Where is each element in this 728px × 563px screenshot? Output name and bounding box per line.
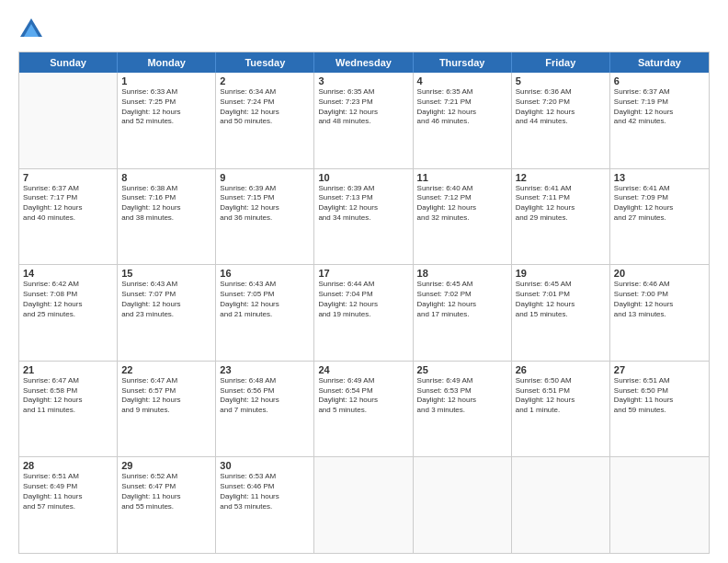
day-number: 28 xyxy=(23,460,113,471)
day-number: 26 xyxy=(516,364,606,375)
day-number: 13 xyxy=(614,172,705,183)
calendar-cell: 12Sunrise: 6:41 AM Sunset: 7:11 PM Dayli… xyxy=(512,169,610,265)
day-number: 21 xyxy=(23,364,113,375)
cell-text: Sunrise: 6:34 AM Sunset: 7:24 PM Dayligh… xyxy=(220,87,310,127)
calendar-cell: 22Sunrise: 6:47 AM Sunset: 6:57 PM Dayli… xyxy=(118,362,216,457)
cell-text: Sunrise: 6:33 AM Sunset: 7:25 PM Dayligh… xyxy=(121,87,211,127)
day-number: 14 xyxy=(23,268,113,279)
calendar-cell: 6Sunrise: 6:37 AM Sunset: 7:19 PM Daylig… xyxy=(610,73,709,168)
calendar-cell: 30Sunrise: 6:53 AM Sunset: 6:46 PM Dayli… xyxy=(216,457,314,553)
cell-text: Sunrise: 6:53 AM Sunset: 6:46 PM Dayligh… xyxy=(220,472,310,511)
calendar-cell: 29Sunrise: 6:52 AM Sunset: 6:47 PM Dayli… xyxy=(118,457,216,553)
day-number: 29 xyxy=(121,460,211,471)
header-day-thursday: Thursday xyxy=(414,52,512,73)
calendar-cell: 18Sunrise: 6:45 AM Sunset: 7:02 PM Dayli… xyxy=(414,265,512,361)
logo-icon xyxy=(18,17,44,42)
day-number: 22 xyxy=(121,364,211,375)
calendar-cell: 4Sunrise: 6:35 AM Sunset: 7:21 PM Daylig… xyxy=(414,73,512,168)
calendar-cell: 17Sunrise: 6:44 AM Sunset: 7:04 PM Dayli… xyxy=(314,265,413,361)
day-number: 11 xyxy=(417,172,507,183)
cell-text: Sunrise: 6:51 AM Sunset: 6:50 PM Dayligh… xyxy=(614,376,705,416)
day-number: 20 xyxy=(614,268,705,279)
calendar-row-1: 7Sunrise: 6:37 AM Sunset: 7:17 PM Daylig… xyxy=(19,169,709,266)
calendar-cell: 16Sunrise: 6:43 AM Sunset: 7:05 PM Dayli… xyxy=(216,265,314,361)
day-number: 19 xyxy=(516,268,606,279)
cell-text: Sunrise: 6:51 AM Sunset: 6:49 PM Dayligh… xyxy=(23,472,113,511)
day-number: 7 xyxy=(23,172,113,183)
cell-text: Sunrise: 6:40 AM Sunset: 7:12 PM Dayligh… xyxy=(417,184,507,224)
cell-text: Sunrise: 6:49 AM Sunset: 6:53 PM Dayligh… xyxy=(417,376,507,416)
day-number: 12 xyxy=(516,172,606,183)
cell-text: Sunrise: 6:43 AM Sunset: 7:07 PM Dayligh… xyxy=(121,280,211,319)
calendar-body: 1Sunrise: 6:33 AM Sunset: 7:25 PM Daylig… xyxy=(19,73,709,553)
day-number: 27 xyxy=(614,364,705,375)
cell-text: Sunrise: 6:38 AM Sunset: 7:16 PM Dayligh… xyxy=(121,184,211,224)
calendar-cell xyxy=(610,457,709,553)
cell-text: Sunrise: 6:36 AM Sunset: 7:20 PM Dayligh… xyxy=(516,87,606,127)
day-number: 18 xyxy=(417,268,507,279)
calendar-cell: 1Sunrise: 6:33 AM Sunset: 7:25 PM Daylig… xyxy=(118,73,216,168)
calendar-row-4: 28Sunrise: 6:51 AM Sunset: 6:49 PM Dayli… xyxy=(19,457,709,553)
day-number: 3 xyxy=(318,75,408,86)
day-number: 6 xyxy=(614,75,705,86)
cell-text: Sunrise: 6:41 AM Sunset: 7:11 PM Dayligh… xyxy=(516,184,606,224)
calendar-cell: 14Sunrise: 6:42 AM Sunset: 7:08 PM Dayli… xyxy=(19,265,118,361)
day-number: 4 xyxy=(417,75,507,86)
calendar-cell: 8Sunrise: 6:38 AM Sunset: 7:16 PM Daylig… xyxy=(118,169,216,265)
day-number: 24 xyxy=(318,364,408,375)
day-number: 15 xyxy=(121,268,211,279)
header xyxy=(18,17,710,42)
cell-text: Sunrise: 6:43 AM Sunset: 7:05 PM Dayligh… xyxy=(220,280,310,319)
header-day-friday: Friday xyxy=(512,52,610,73)
calendar-header: SundayMondayTuesdayWednesdayThursdayFrid… xyxy=(19,52,709,73)
cell-text: Sunrise: 6:45 AM Sunset: 7:02 PM Dayligh… xyxy=(417,280,507,319)
calendar-row-3: 21Sunrise: 6:47 AM Sunset: 6:58 PM Dayli… xyxy=(19,362,709,458)
calendar-cell: 23Sunrise: 6:48 AM Sunset: 6:56 PM Dayli… xyxy=(216,362,314,457)
header-day-monday: Monday xyxy=(118,52,216,73)
day-number: 17 xyxy=(318,268,408,279)
calendar: SundayMondayTuesdayWednesdayThursdayFrid… xyxy=(18,52,710,554)
cell-text: Sunrise: 6:37 AM Sunset: 7:19 PM Dayligh… xyxy=(614,87,705,127)
calendar-cell: 2Sunrise: 6:34 AM Sunset: 7:24 PM Daylig… xyxy=(216,73,314,168)
calendar-cell: 7Sunrise: 6:37 AM Sunset: 7:17 PM Daylig… xyxy=(19,169,118,265)
cell-text: Sunrise: 6:49 AM Sunset: 6:54 PM Dayligh… xyxy=(318,376,408,416)
cell-text: Sunrise: 6:50 AM Sunset: 6:51 PM Dayligh… xyxy=(516,376,606,416)
calendar-cell xyxy=(19,73,118,168)
header-day-wednesday: Wednesday xyxy=(314,52,413,73)
cell-text: Sunrise: 6:41 AM Sunset: 7:09 PM Dayligh… xyxy=(614,184,705,224)
calendar-cell: 10Sunrise: 6:39 AM Sunset: 7:13 PM Dayli… xyxy=(314,169,413,265)
calendar-cell: 19Sunrise: 6:45 AM Sunset: 7:01 PM Dayli… xyxy=(512,265,610,361)
calendar-cell: 3Sunrise: 6:35 AM Sunset: 7:23 PM Daylig… xyxy=(314,73,413,168)
cell-text: Sunrise: 6:45 AM Sunset: 7:01 PM Dayligh… xyxy=(516,280,606,319)
calendar-cell: 21Sunrise: 6:47 AM Sunset: 6:58 PM Dayli… xyxy=(19,362,118,457)
day-number: 23 xyxy=(220,364,310,375)
calendar-cell: 13Sunrise: 6:41 AM Sunset: 7:09 PM Dayli… xyxy=(610,169,709,265)
calendar-cell: 25Sunrise: 6:49 AM Sunset: 6:53 PM Dayli… xyxy=(414,362,512,457)
calendar-cell: 24Sunrise: 6:49 AM Sunset: 6:54 PM Dayli… xyxy=(314,362,413,457)
cell-text: Sunrise: 6:35 AM Sunset: 7:23 PM Dayligh… xyxy=(318,87,408,127)
day-number: 2 xyxy=(220,75,310,86)
calendar-cell: 26Sunrise: 6:50 AM Sunset: 6:51 PM Dayli… xyxy=(512,362,610,457)
calendar-cell: 27Sunrise: 6:51 AM Sunset: 6:50 PM Dayli… xyxy=(610,362,709,457)
calendar-row-0: 1Sunrise: 6:33 AM Sunset: 7:25 PM Daylig… xyxy=(19,73,709,169)
calendar-cell: 11Sunrise: 6:40 AM Sunset: 7:12 PM Dayli… xyxy=(414,169,512,265)
calendar-cell xyxy=(414,457,512,553)
calendar-cell: 15Sunrise: 6:43 AM Sunset: 7:07 PM Dayli… xyxy=(118,265,216,361)
cell-text: Sunrise: 6:44 AM Sunset: 7:04 PM Dayligh… xyxy=(318,280,408,319)
cell-text: Sunrise: 6:39 AM Sunset: 7:13 PM Dayligh… xyxy=(318,184,408,224)
calendar-cell: 20Sunrise: 6:46 AM Sunset: 7:00 PM Dayli… xyxy=(610,265,709,361)
day-number: 9 xyxy=(220,172,310,183)
logo xyxy=(18,17,48,42)
cell-text: Sunrise: 6:42 AM Sunset: 7:08 PM Dayligh… xyxy=(23,280,113,319)
cell-text: Sunrise: 6:46 AM Sunset: 7:00 PM Dayligh… xyxy=(614,280,705,319)
calendar-row-2: 14Sunrise: 6:42 AM Sunset: 7:08 PM Dayli… xyxy=(19,265,709,362)
cell-text: Sunrise: 6:39 AM Sunset: 7:15 PM Dayligh… xyxy=(220,184,310,224)
cell-text: Sunrise: 6:52 AM Sunset: 6:47 PM Dayligh… xyxy=(121,472,211,511)
calendar-cell: 28Sunrise: 6:51 AM Sunset: 6:49 PM Dayli… xyxy=(19,457,118,553)
cell-text: Sunrise: 6:47 AM Sunset: 6:57 PM Dayligh… xyxy=(121,376,211,416)
calendar-cell: 9Sunrise: 6:39 AM Sunset: 7:15 PM Daylig… xyxy=(216,169,314,265)
day-number: 8 xyxy=(121,172,211,183)
calendar-cell xyxy=(314,457,413,553)
calendar-cell: 5Sunrise: 6:36 AM Sunset: 7:20 PM Daylig… xyxy=(512,73,610,168)
cell-text: Sunrise: 6:37 AM Sunset: 7:17 PM Dayligh… xyxy=(23,184,113,224)
